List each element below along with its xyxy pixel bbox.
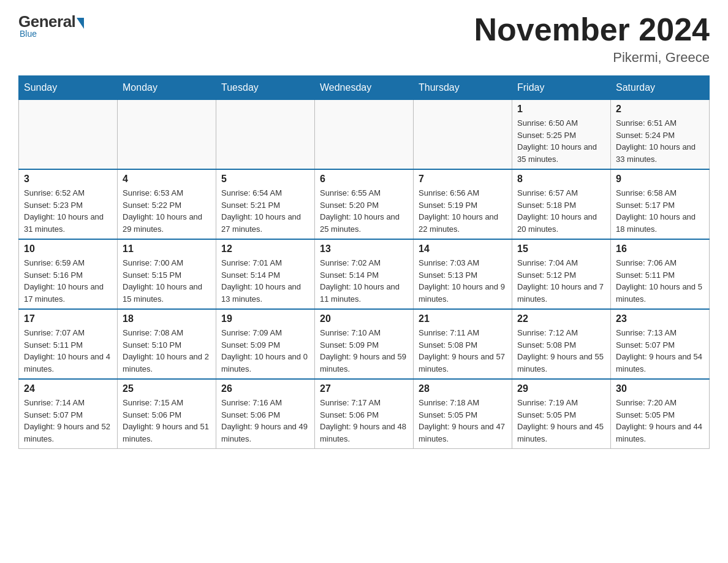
day-info: Sunrise: 7:06 AM Sunset: 5:11 PM Dayligh…	[616, 257, 704, 305]
day-info: Sunrise: 7:16 AM Sunset: 5:06 PM Dayligh…	[221, 397, 309, 445]
day-info: Sunrise: 7:02 AM Sunset: 5:14 PM Dayligh…	[320, 257, 408, 305]
calendar-day-cell: 8Sunrise: 6:57 AM Sunset: 5:18 PM Daylig…	[512, 169, 611, 239]
day-number: 23	[616, 313, 704, 324]
day-info: Sunrise: 7:09 AM Sunset: 5:09 PM Dayligh…	[221, 327, 309, 375]
day-of-week-header: Saturday	[611, 76, 710, 100]
calendar-week-row: 17Sunrise: 7:07 AM Sunset: 5:11 PM Dayli…	[19, 309, 710, 379]
calendar-table: SundayMondayTuesdayWednesdayThursdayFrid…	[18, 75, 710, 449]
day-info: Sunrise: 6:57 AM Sunset: 5:18 PM Dayligh…	[517, 187, 605, 235]
calendar-day-cell: 2Sunrise: 6:51 AM Sunset: 5:24 PM Daylig…	[611, 100, 710, 170]
day-info: Sunrise: 6:54 AM Sunset: 5:21 PM Dayligh…	[221, 187, 309, 235]
day-number: 17	[24, 313, 112, 324]
calendar-day-cell	[118, 100, 216, 170]
calendar-day-cell: 27Sunrise: 7:17 AM Sunset: 5:06 PM Dayli…	[315, 379, 414, 449]
calendar-day-cell	[216, 100, 315, 170]
calendar-day-cell: 14Sunrise: 7:03 AM Sunset: 5:13 PM Dayli…	[414, 239, 512, 309]
day-number: 18	[123, 313, 211, 324]
day-number: 24	[24, 383, 112, 394]
day-number: 9	[616, 174, 704, 185]
day-info: Sunrise: 6:51 AM Sunset: 5:24 PM Dayligh…	[616, 117, 704, 165]
day-number: 30	[616, 383, 704, 394]
day-info: Sunrise: 7:15 AM Sunset: 5:06 PM Dayligh…	[123, 397, 211, 445]
calendar-day-cell: 5Sunrise: 6:54 AM Sunset: 5:21 PM Daylig…	[216, 169, 315, 239]
calendar-day-cell: 4Sunrise: 6:53 AM Sunset: 5:22 PM Daylig…	[118, 169, 216, 239]
day-info: Sunrise: 6:59 AM Sunset: 5:16 PM Dayligh…	[24, 257, 112, 305]
calendar-day-cell: 30Sunrise: 7:20 AM Sunset: 5:05 PM Dayli…	[611, 379, 710, 449]
day-number: 5	[221, 174, 309, 185]
day-info: Sunrise: 7:11 AM Sunset: 5:08 PM Dayligh…	[419, 327, 507, 375]
day-of-week-header: Wednesday	[315, 76, 414, 100]
day-number: 10	[24, 243, 112, 255]
day-number: 12	[221, 243, 309, 255]
calendar-day-cell: 17Sunrise: 7:07 AM Sunset: 5:11 PM Dayli…	[19, 309, 118, 379]
day-info: Sunrise: 7:20 AM Sunset: 5:05 PM Dayligh…	[616, 397, 704, 445]
day-of-week-header: Thursday	[414, 76, 512, 100]
location-subtitle: Pikermi, Greece	[474, 50, 710, 66]
day-number: 16	[616, 243, 704, 255]
calendar-day-cell: 12Sunrise: 7:01 AM Sunset: 5:14 PM Dayli…	[216, 239, 315, 309]
day-number: 25	[123, 383, 211, 394]
day-of-week-header: Friday	[512, 76, 611, 100]
day-info: Sunrise: 7:18 AM Sunset: 5:05 PM Dayligh…	[419, 397, 507, 445]
day-number: 21	[419, 313, 507, 324]
day-of-week-header: Tuesday	[216, 76, 315, 100]
calendar-header-row: SundayMondayTuesdayWednesdayThursdayFrid…	[19, 76, 710, 100]
page-header: General Blue November 2024 Pikermi, Gree…	[18, 12, 710, 66]
logo-blue-text: Blue	[20, 29, 37, 39]
calendar-day-cell: 3Sunrise: 6:52 AM Sunset: 5:23 PM Daylig…	[19, 169, 118, 239]
calendar-day-cell: 26Sunrise: 7:16 AM Sunset: 5:06 PM Dayli…	[216, 379, 315, 449]
day-number: 14	[419, 243, 507, 255]
day-number: 2	[616, 104, 704, 115]
day-info: Sunrise: 6:50 AM Sunset: 5:25 PM Dayligh…	[517, 117, 605, 165]
calendar-day-cell: 1Sunrise: 6:50 AM Sunset: 5:25 PM Daylig…	[512, 100, 611, 170]
day-info: Sunrise: 7:10 AM Sunset: 5:09 PM Dayligh…	[320, 327, 408, 375]
calendar-day-cell	[19, 100, 118, 170]
main-title: November 2024	[474, 12, 710, 47]
calendar-day-cell: 19Sunrise: 7:09 AM Sunset: 5:09 PM Dayli…	[216, 309, 315, 379]
day-info: Sunrise: 7:14 AM Sunset: 5:07 PM Dayligh…	[24, 397, 112, 445]
day-number: 19	[221, 313, 309, 324]
calendar-day-cell: 11Sunrise: 7:00 AM Sunset: 5:15 PM Dayli…	[118, 239, 216, 309]
day-info: Sunrise: 6:58 AM Sunset: 5:17 PM Dayligh…	[616, 187, 704, 235]
day-number: 26	[221, 383, 309, 394]
day-info: Sunrise: 6:52 AM Sunset: 5:23 PM Dayligh…	[24, 187, 112, 235]
day-info: Sunrise: 7:04 AM Sunset: 5:12 PM Dayligh…	[517, 257, 605, 305]
calendar-day-cell: 24Sunrise: 7:14 AM Sunset: 5:07 PM Dayli…	[19, 379, 118, 449]
calendar-week-row: 10Sunrise: 6:59 AM Sunset: 5:16 PM Dayli…	[19, 239, 710, 309]
calendar-week-row: 24Sunrise: 7:14 AM Sunset: 5:07 PM Dayli…	[19, 379, 710, 449]
calendar-day-cell: 7Sunrise: 6:56 AM Sunset: 5:19 PM Daylig…	[414, 169, 512, 239]
day-number: 7	[419, 174, 507, 185]
calendar-week-row: 1Sunrise: 6:50 AM Sunset: 5:25 PM Daylig…	[19, 100, 710, 170]
calendar-day-cell: 23Sunrise: 7:13 AM Sunset: 5:07 PM Dayli…	[611, 309, 710, 379]
day-info: Sunrise: 7:19 AM Sunset: 5:05 PM Dayligh…	[517, 397, 605, 445]
calendar-day-cell: 28Sunrise: 7:18 AM Sunset: 5:05 PM Dayli…	[414, 379, 512, 449]
calendar-day-cell: 21Sunrise: 7:11 AM Sunset: 5:08 PM Dayli…	[414, 309, 512, 379]
day-number: 3	[24, 174, 112, 185]
day-info: Sunrise: 7:07 AM Sunset: 5:11 PM Dayligh…	[24, 327, 112, 375]
calendar-day-cell: 9Sunrise: 6:58 AM Sunset: 5:17 PM Daylig…	[611, 169, 710, 239]
calendar-day-cell: 15Sunrise: 7:04 AM Sunset: 5:12 PM Dayli…	[512, 239, 611, 309]
calendar-day-cell: 6Sunrise: 6:55 AM Sunset: 5:20 PM Daylig…	[315, 169, 414, 239]
calendar-day-cell	[414, 100, 512, 170]
title-section: November 2024 Pikermi, Greece	[474, 12, 710, 66]
day-info: Sunrise: 7:13 AM Sunset: 5:07 PM Dayligh…	[616, 327, 704, 375]
day-info: Sunrise: 7:01 AM Sunset: 5:14 PM Dayligh…	[221, 257, 309, 305]
day-number: 11	[123, 243, 211, 255]
calendar-week-row: 3Sunrise: 6:52 AM Sunset: 5:23 PM Daylig…	[19, 169, 710, 239]
day-number: 29	[517, 383, 605, 394]
calendar-day-cell: 29Sunrise: 7:19 AM Sunset: 5:05 PM Dayli…	[512, 379, 611, 449]
day-number: 20	[320, 313, 408, 324]
calendar-day-cell	[315, 100, 414, 170]
day-number: 22	[517, 313, 605, 324]
day-info: Sunrise: 7:03 AM Sunset: 5:13 PM Dayligh…	[419, 257, 507, 305]
day-info: Sunrise: 6:53 AM Sunset: 5:22 PM Dayligh…	[123, 187, 211, 235]
day-info: Sunrise: 7:08 AM Sunset: 5:10 PM Dayligh…	[123, 327, 211, 375]
calendar-day-cell: 20Sunrise: 7:10 AM Sunset: 5:09 PM Dayli…	[315, 309, 414, 379]
calendar-day-cell: 10Sunrise: 6:59 AM Sunset: 5:16 PM Dayli…	[19, 239, 118, 309]
logo: General Blue	[18, 12, 84, 39]
day-of-week-header: Sunday	[19, 76, 118, 100]
calendar-day-cell: 13Sunrise: 7:02 AM Sunset: 5:14 PM Dayli…	[315, 239, 414, 309]
day-info: Sunrise: 7:00 AM Sunset: 5:15 PM Dayligh…	[123, 257, 211, 305]
day-info: Sunrise: 6:55 AM Sunset: 5:20 PM Dayligh…	[320, 187, 408, 235]
calendar-day-cell: 18Sunrise: 7:08 AM Sunset: 5:10 PM Dayli…	[118, 309, 216, 379]
